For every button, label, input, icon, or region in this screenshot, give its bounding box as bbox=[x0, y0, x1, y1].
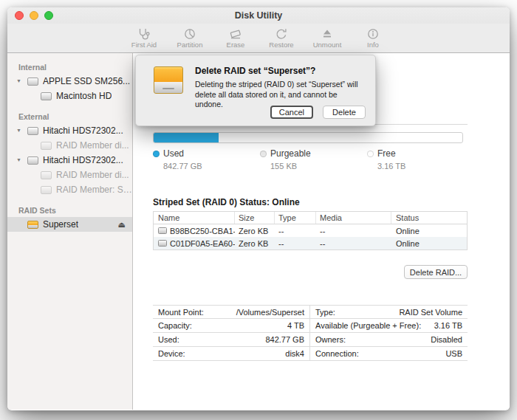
cell-status: Online bbox=[391, 239, 467, 248]
info-label: Device: bbox=[158, 349, 185, 358]
column-header-type[interactable]: Type bbox=[275, 212, 316, 224]
table-row[interactable]: B98BC250-CBA1-... Zero KB -- -- Online bbox=[154, 224, 467, 237]
column-header-size[interactable]: Size bbox=[235, 212, 275, 224]
first-aid-button[interactable]: First Aid bbox=[126, 27, 162, 49]
titlebar: Disk Utility bbox=[7, 7, 510, 24]
erase-button[interactable]: Erase bbox=[217, 27, 254, 49]
sidebar-item-raid-member-superset[interactable]: RAID Member: Sup... bbox=[7, 182, 132, 197]
restore-button[interactable]: Restore bbox=[263, 27, 300, 49]
unmount-button[interactable]: Unmount bbox=[309, 27, 346, 49]
sidebar-item-macintosh-hd[interactable]: Macintosh HD bbox=[7, 89, 132, 103]
raid-member-icon bbox=[41, 171, 52, 179]
info-value: Disabled bbox=[431, 335, 462, 344]
sidebar-section-internal: Internal bbox=[7, 61, 132, 74]
disclosure-triangle-icon[interactable]: ▼ bbox=[16, 78, 21, 83]
external-drive-icon bbox=[27, 156, 38, 165]
partition-pie-icon bbox=[182, 27, 197, 40]
legend-item-purgeable: Purgeable 155 KB bbox=[260, 148, 367, 171]
disk-icon bbox=[158, 240, 167, 247]
info-label: Type: bbox=[315, 308, 335, 317]
dialog-title: Delete RAID set “Superset”? bbox=[195, 66, 366, 76]
cell-media: -- bbox=[316, 227, 391, 235]
sidebar-item-label: RAID Member: Sup... bbox=[56, 185, 132, 195]
volume-icon bbox=[41, 92, 52, 100]
legend-value: 155 KB bbox=[270, 162, 367, 171]
column-header-media[interactable]: Media bbox=[316, 212, 391, 224]
restore-arrow-icon bbox=[274, 27, 289, 40]
sidebar-item-label: Superset bbox=[43, 219, 78, 230]
window-title: Disk Utility bbox=[235, 10, 283, 21]
cell-size: Zero KB bbox=[235, 227, 275, 235]
sidebar-item-superset[interactable]: Superset ⏏ bbox=[7, 217, 132, 232]
usage-bar-used bbox=[154, 133, 219, 142]
legend-label: Free bbox=[377, 148, 396, 159]
storage-usage-bar bbox=[153, 132, 463, 143]
legend-label: Purgeable bbox=[270, 148, 311, 159]
purgeable-dot-icon bbox=[260, 151, 267, 157]
info-row: Capacity: 4 TB Available (Purgeable + Fr… bbox=[153, 319, 468, 333]
sidebar-item-label: Hitachi HDS72302... bbox=[43, 155, 123, 165]
sidebar-section-raid-sets: RAID Sets bbox=[7, 204, 132, 217]
raid-member-icon bbox=[41, 142, 52, 150]
zoom-button[interactable] bbox=[44, 11, 53, 20]
disclosure-triangle-icon[interactable]: ▼ bbox=[16, 157, 21, 162]
column-header-status[interactable]: Status bbox=[391, 212, 467, 224]
cancel-button[interactable]: Cancel bbox=[270, 106, 313, 119]
cell-type: -- bbox=[275, 227, 316, 235]
info-button[interactable]: Info bbox=[355, 27, 391, 49]
internal-drive-icon bbox=[27, 78, 38, 86]
sidebar-item-raid-member-1[interactable]: RAID Member di... bbox=[7, 138, 132, 153]
table-header-row: Name Size Type Media Status bbox=[154, 212, 467, 224]
disk-icon bbox=[158, 227, 167, 234]
info-value: USB bbox=[445, 349, 462, 358]
info-circle-icon bbox=[366, 27, 380, 40]
info-value: 3.16 TB bbox=[434, 321, 462, 330]
info-value: 842.77 GB bbox=[265, 335, 304, 344]
eject-icon[interactable]: ⏏ bbox=[118, 221, 126, 229]
legend-value: 842.77 GB bbox=[163, 162, 260, 171]
sidebar-item-apple-ssd[interactable]: ▼ APPLE SSD SM256... bbox=[7, 74, 132, 89]
info-row: Used: 842.77 GB Owners: Disabled bbox=[153, 333, 468, 347]
usage-legend: Used 842.77 GB Purgeable 155 KB Free bbox=[153, 148, 474, 171]
raid-status-label: Striped Set (RAID 0) Status: Online bbox=[153, 197, 300, 207]
sidebar-item-raid-member-2[interactable]: RAID Member di... bbox=[7, 168, 132, 182]
legend-value: 3.16 TB bbox=[377, 162, 474, 171]
cell-name: B98BC250-CBA1-... bbox=[170, 227, 235, 235]
delete-button[interactable]: Delete bbox=[323, 106, 366, 119]
erase-label: Erase bbox=[227, 41, 245, 49]
sidebar-item-label: Hitachi HDS72302... bbox=[43, 125, 123, 136]
legend-item-used: Used 842.77 GB bbox=[153, 148, 260, 171]
window-controls bbox=[15, 11, 53, 20]
eject-icon bbox=[320, 27, 335, 40]
minimize-button[interactable] bbox=[30, 11, 38, 20]
used-dot-icon bbox=[153, 151, 160, 157]
sidebar-item-hitachi-1[interactable]: ▼ Hitachi HDS72302... bbox=[7, 123, 132, 138]
legend-item-free: Free 3.16 TB bbox=[367, 148, 474, 171]
info-value: 4 TB bbox=[287, 321, 304, 330]
column-header-name[interactable]: Name bbox=[154, 212, 235, 224]
raid-member-icon bbox=[41, 186, 52, 194]
delete-raid-button[interactable]: Delete RAID... bbox=[404, 265, 468, 279]
first-aid-label: First Aid bbox=[131, 41, 157, 49]
info-label: Connection: bbox=[315, 349, 359, 358]
external-drive-icon bbox=[154, 66, 183, 94]
legend-label: Used bbox=[163, 148, 184, 159]
sidebar-item-hitachi-2[interactable]: ▼ Hitachi HDS72302... bbox=[7, 153, 132, 168]
info-label: Available (Purgeable + Free): bbox=[315, 321, 421, 330]
table-row[interactable]: C01DF0A5-EA60-... Zero KB -- -- Online bbox=[154, 237, 467, 249]
close-button[interactable] bbox=[15, 11, 24, 20]
sidebar-item-label: APPLE SSD SM256... bbox=[43, 76, 130, 86]
raid-members-table: Name Size Type Media Status B98BC250-CBA… bbox=[153, 211, 468, 250]
disclosure-triangle-icon[interactable]: ▼ bbox=[16, 128, 21, 133]
info-label: Info bbox=[367, 41, 379, 49]
cell-name: C01DF0A5-EA60-... bbox=[170, 239, 235, 248]
sidebar-item-label: RAID Member di... bbox=[56, 140, 129, 151]
unmount-label: Unmount bbox=[313, 41, 342, 49]
info-label: Mount Point: bbox=[158, 308, 204, 317]
info-label: Used: bbox=[158, 335, 179, 344]
partition-button[interactable]: Partition bbox=[171, 27, 208, 49]
cell-size: Zero KB bbox=[235, 239, 275, 248]
info-row: Mount Point: /Volumes/Superset Type: RAI… bbox=[153, 305, 468, 319]
stethoscope-icon bbox=[137, 27, 151, 40]
toolbar: First Aid Partition Erase bbox=[7, 24, 510, 53]
